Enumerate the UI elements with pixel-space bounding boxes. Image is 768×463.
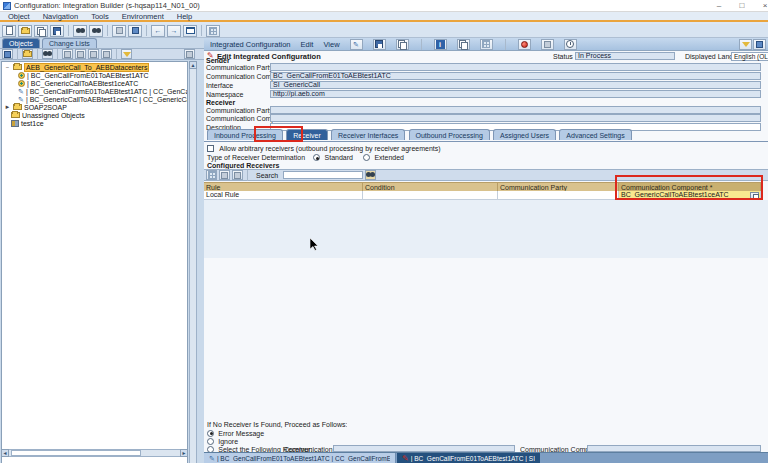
navigate-forward-button[interactable]: → — [167, 25, 181, 37]
cell-rule[interactable]: Local Rule — [204, 191, 363, 200]
sender-interface-field[interactable]: SI_GenericCall — [270, 81, 761, 89]
compare-button[interactable] — [457, 39, 470, 50]
sidebar-vscrollbar[interactable] — [189, 61, 197, 463]
menu-item-environment[interactable]: Environment — [122, 12, 164, 21]
save-object-button[interactable] — [50, 25, 64, 37]
tab-change-lists[interactable]: Change Lists — [42, 38, 97, 48]
sidebar-hscrollbar[interactable] — [1, 449, 188, 457]
collapse-icon[interactable]: − — [4, 64, 11, 70]
tree-item-label[interactable]: | BC_GenericCallToAEBtest1ceATC | CC_Gen… — [26, 96, 188, 103]
sender-party-field[interactable] — [270, 63, 761, 71]
delete-row-button[interactable] — [219, 170, 230, 180]
sort-desc-button[interactable] — [75, 49, 86, 59]
receiver-party-field[interactable] — [270, 106, 761, 114]
menu-item-navigation[interactable]: Navigation — [43, 12, 78, 21]
tree-folder-label[interactable]: Unassigned Objects — [22, 112, 85, 119]
tab-objects[interactable]: Objects — [2, 38, 40, 48]
menu-item-tools[interactable]: Tools — [91, 12, 109, 21]
footer-component-field[interactable] — [587, 445, 761, 452]
new-object-button[interactable] — [2, 25, 16, 37]
tree-item[interactable]: test1ce — [11, 119, 44, 127]
tab-assigned-users[interactable]: Assigned Users — [493, 129, 556, 140]
tree-item-label[interactable]: test1ce — [21, 120, 44, 127]
scroll-thumb[interactable] — [11, 450, 141, 456]
cell-component[interactable]: BC_GenericCallToAEBtest1ceATC — [619, 191, 761, 200]
panel-options-button[interactable] — [184, 49, 195, 59]
standard-radio[interactable] — [313, 154, 320, 161]
column-header-component[interactable]: Communication Component * — [619, 182, 761, 191]
copy-object-button[interactable] — [34, 25, 48, 37]
tree-item-label[interactable]: | BC_GenCallFromE01ToAEBtest1ATC — [27, 72, 149, 79]
filter-button[interactable] — [121, 49, 132, 59]
tree-folder[interactable]: Unassigned Objects — [11, 111, 85, 119]
scroll-left-button[interactable]: ◄ — [1, 449, 9, 457]
copy-row-button[interactable] — [232, 170, 243, 180]
activate-button[interactable] — [128, 25, 142, 37]
sender-namespace-field[interactable]: http://pi.aeb.com — [270, 90, 761, 98]
save-button[interactable] — [373, 39, 386, 50]
receiver-component-field[interactable] — [270, 114, 761, 122]
worklist-button[interactable] — [206, 25, 220, 37]
tree-folder-label[interactable]: SOAP2SOAP — [24, 104, 67, 111]
new-window-button[interactable] — [183, 25, 197, 37]
tree-item[interactable]: | BC_GenericCallToAEBtest1ceATC — [18, 79, 138, 87]
edit-mode-button[interactable]: ✎ — [350, 39, 363, 50]
cell-party[interactable] — [498, 191, 619, 200]
tree-view-menu-button[interactable] — [2, 49, 13, 59]
tree-item-label[interactable]: | BC_GenericCallToAEBtest1ceATC — [27, 80, 138, 87]
menu-item-integrated-configuration[interactable]: Integrated Configuration — [210, 40, 290, 49]
tab-outbound-processing[interactable]: Outbound Processing — [409, 129, 490, 140]
sender-component-field[interactable]: BC_GenCallFromE01ToAEBtest1ATC — [270, 72, 761, 80]
details-button[interactable]: i — [434, 39, 447, 50]
search-go-button[interactable] — [365, 170, 376, 180]
expand-icon[interactable]: ► — [4, 104, 11, 110]
tab-advanced-settings[interactable]: Advanced Settings — [559, 129, 631, 140]
column-header-party[interactable]: Communication Party — [498, 182, 619, 191]
taskbar-tab-integrated-configuration[interactable]: ✎ | BC_GenCallFromE01ToAEBtest1ATC | SI_… — [397, 453, 540, 463]
personalize-button[interactable] — [739, 39, 752, 50]
language-select[interactable]: English (OL)▼ — [731, 52, 768, 61]
scroll-up-button[interactable]: ▲ — [189, 61, 197, 69]
footer-party-field[interactable] — [333, 445, 515, 452]
collapse-all-button[interactable] — [101, 49, 112, 59]
tree-root-row[interactable]: − AEB_GenericCall_To_AEBDatacenters — [4, 63, 149, 71]
column-header-rule[interactable]: Rule — [204, 182, 363, 191]
tree-folder[interactable]: ► SOAP2SOAP — [4, 103, 67, 111]
value-help-button[interactable] — [750, 192, 759, 199]
taskbar-tab-channel[interactable]: ✎ | BC_GenCallFromE01ToAEBtest1ATC | CC_… — [204, 453, 396, 463]
tree-item-label[interactable]: | BC_GenCallFromE01ToAEBtest1ATC | CC_Ge… — [26, 88, 188, 95]
tab-inbound-processing[interactable]: Inbound Processing — [207, 129, 283, 140]
scroll-right-button[interactable]: ► — [180, 449, 188, 457]
search-next-button[interactable] — [89, 25, 103, 37]
tree-item[interactable]: ✎ | BC_GenCallFromE01ToAEBtest1ATC | CC_… — [18, 87, 188, 95]
menu-item-edit[interactable]: Edit — [300, 40, 313, 49]
close-panel-button[interactable] — [753, 39, 766, 50]
menu-item-help[interactable]: Help — [177, 12, 192, 21]
open-object-button[interactable] — [18, 25, 32, 37]
tab-receiver[interactable]: Receiver — [286, 129, 328, 140]
menu-item-view[interactable]: View — [323, 40, 339, 49]
maximize-button[interactable]: □ — [733, 0, 751, 11]
close-button[interactable]: × — [756, 0, 768, 11]
where-used-button[interactable] — [480, 39, 493, 50]
tree-item[interactable]: ✎ | BC_GenericCallToAEBtest1ceATC | CC_G… — [18, 95, 188, 103]
menu-item-object[interactable]: Object — [8, 12, 30, 21]
column-header-condition[interactable]: Condition — [363, 182, 498, 191]
navigate-back-button[interactable]: ← — [151, 25, 165, 37]
sort-asc-button[interactable] — [62, 49, 73, 59]
find-button[interactable] — [42, 49, 53, 59]
display-list-button[interactable] — [541, 39, 554, 50]
search-input[interactable] — [283, 171, 363, 179]
check-button[interactable] — [112, 25, 126, 37]
search-button[interactable] — [73, 25, 87, 37]
expand-all-button[interactable] — [88, 49, 99, 59]
insert-row-button[interactable] — [206, 170, 217, 180]
new-folder-button[interactable] — [22, 49, 33, 59]
allow-arbitrary-checkbox[interactable] — [207, 145, 214, 152]
minimize-button[interactable]: – — [710, 0, 728, 11]
cell-condition[interactable] — [363, 191, 498, 200]
extended-radio[interactable] — [363, 154, 370, 161]
status-button[interactable] — [518, 39, 531, 50]
history-button[interactable] — [564, 39, 577, 50]
copy-button[interactable] — [396, 39, 409, 50]
